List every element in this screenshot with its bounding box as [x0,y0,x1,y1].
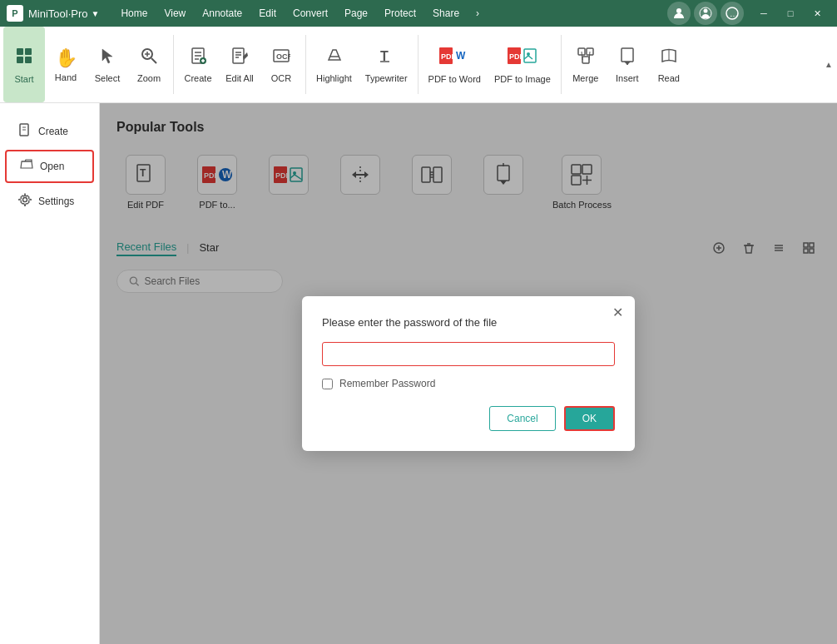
minimize-button[interactable]: ─ [750,0,777,27]
merge-label: Merge [572,73,598,83]
app-dropdown[interactable]: ▼ [92,9,100,18]
ribbon-zoom[interactable]: Zoom [128,27,170,102]
svg-point-0 [676,8,681,13]
ribbon-divider-1 [173,35,174,94]
menu-bar: Home View Annotate Edit Convert Page Pro… [112,4,667,22]
ribbon-start[interactable]: Start [3,27,45,102]
ribbon-create[interactable]: Create [177,27,219,102]
account-icon[interactable] [667,2,691,25]
svg-rect-6 [25,48,32,55]
maximize-button[interactable]: □ [777,0,804,27]
highlight-label: Highlight [316,73,352,83]
select-icon [98,47,116,70]
remember-password-checkbox[interactable] [322,379,333,389]
create-sidebar-label: Create [38,126,68,137]
edit-all-label: Edit All [225,73,254,83]
modal-title: Please enter the password of the file [322,316,615,329]
svg-rect-34 [524,49,536,62]
create-icon [189,47,207,70]
ribbon-divider-2 [305,35,306,94]
modal-input-row [322,342,615,366]
settings-sidebar-icon [18,193,32,210]
select-label: Select [95,73,121,83]
modal-buttons: Cancel OK [322,406,615,431]
main-layout: Create Open Settings Popular Tools T Edi… [0,103,837,644]
menu-share[interactable]: Share [424,4,468,22]
ribbon-collapse-button[interactable]: ▲ [820,27,837,102]
sidebar: Create Open Settings [0,103,100,644]
svg-text:OCR: OCR [276,52,290,61]
menu-convert[interactable]: Convert [285,4,336,22]
app-logo: P [7,5,23,22]
insert-label: Insert [616,73,639,83]
hand-icon: ✋ [55,47,77,69]
svg-rect-7 [17,57,23,63]
svg-rect-20 [233,48,244,63]
pdf-to-word-label: PDF to Word [428,74,481,84]
close-button[interactable]: ✕ [804,0,830,27]
svg-rect-41 [622,48,633,62]
pdf-to-image-icon: PDF [508,46,537,71]
menu-annotate[interactable]: Annotate [194,4,250,22]
open-sidebar-icon [20,158,33,175]
svg-line-10 [151,58,156,63]
sidebar-item-settings[interactable]: Settings [5,186,94,216]
svg-text:PDF: PDF [441,52,457,61]
ribbon-insert[interactable]: Insert [607,27,648,102]
ribbon-divider-4 [561,35,562,94]
edit-all-icon [230,47,249,70]
ribbon-pdf-to-word[interactable]: PDFW PDF to Word [422,27,488,102]
settings-sidebar-label: Settings [38,196,74,207]
sidebar-item-open[interactable]: Open [5,150,94,183]
read-label: Read [658,73,680,83]
ribbon-edit-all[interactable]: Edit All [219,27,260,102]
ribbon-typewriter[interactable]: T Typewriter [359,27,414,102]
svg-text:W: W [456,50,466,62]
typewriter-icon: T [377,47,395,70]
ribbon-highlight[interactable]: Highlight [310,27,359,102]
ribbon-select[interactable]: Select [87,27,128,102]
menu-edit[interactable]: Edit [250,4,285,22]
password-input[interactable] [322,342,615,366]
svg-rect-5 [17,48,23,55]
menu-protect[interactable]: Protect [376,4,424,22]
sidebar-item-create[interactable]: Create [5,116,94,146]
ribbon-merge[interactable]: Merge [565,27,607,102]
ribbon-hand[interactable]: ✋ Hand [45,27,87,102]
ocr-icon: OCR [272,47,290,70]
ok-button[interactable]: OK [564,406,615,431]
svg-rect-8 [25,57,32,63]
create-sidebar-icon [18,123,32,140]
svg-point-2 [704,9,708,13]
zoom-icon [140,47,158,70]
typewriter-label: Typewriter [365,73,408,83]
window-controls: ─ □ ✕ [750,0,830,27]
message-icon[interactable]: … [721,2,744,25]
content-area: Popular Tools T Edit PDF PDFW PDF to... … [100,103,837,644]
ribbon: Start ✋ Hand Select Zoom Create Edit All… [0,27,837,103]
ribbon-read[interactable]: Read [648,27,690,102]
cancel-button[interactable]: Cancel [489,406,555,431]
menu-page[interactable]: Page [336,4,376,22]
modal-close-button[interactable]: ✕ [612,305,623,320]
svg-line-39 [582,52,582,60]
user-profile-icon[interactable] [694,2,717,25]
menu-home[interactable]: Home [112,4,156,22]
svg-point-48 [23,198,27,202]
modal-overlay: ✕ Please enter the password of the file … [100,103,837,644]
merge-icon [577,47,595,70]
ribbon-ocr[interactable]: OCR OCR [260,27,302,102]
start-label: Start [14,74,33,84]
svg-marker-43 [624,62,631,65]
read-icon [660,47,678,70]
ribbon-pdf-to-image[interactable]: PDF PDF to Image [488,27,557,102]
ribbon-divider-3 [418,35,418,94]
open-sidebar-label: Open [40,161,64,172]
insert-icon [618,47,636,70]
menu-view[interactable]: View [156,4,194,22]
app-name: MiniTool·Pro [28,7,88,20]
pdf-to-word-icon: PDFW [439,46,469,71]
svg-rect-38 [582,57,589,63]
title-bar: P MiniTool·Pro ▼ Home View Annotate Edit… [0,0,837,27]
menu-more[interactable]: › [468,4,488,22]
